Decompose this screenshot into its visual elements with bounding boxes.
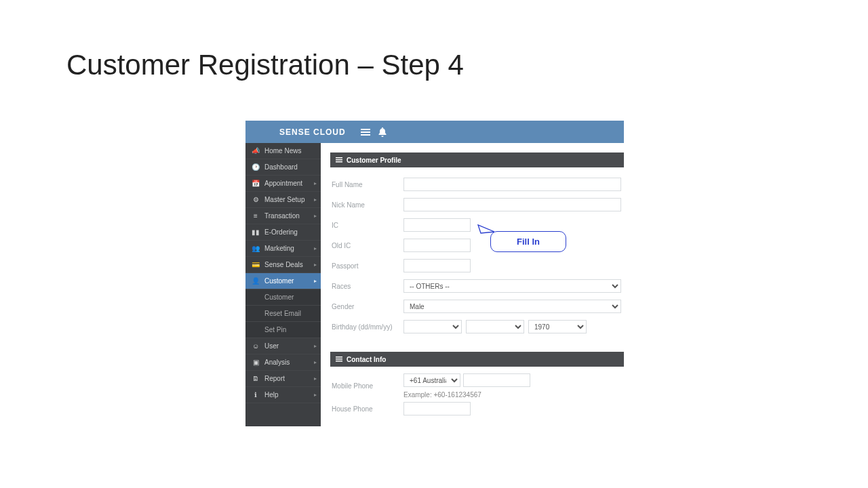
svg-rect-6 [336, 357, 342, 358]
panel-header: Customer Profile [330, 152, 624, 167]
passport-input[interactable] [403, 259, 471, 272]
panel-contact-info: Contact Info Mobile Phone +61 Australia … [330, 352, 624, 423]
bars-icon [336, 157, 342, 163]
label-races: Races [330, 283, 403, 290]
birthday-year-select[interactable]: 1970 [528, 320, 587, 333]
svg-rect-7 [336, 359, 342, 360]
list-icon[interactable] [361, 128, 370, 136]
sidebar-item-transaction[interactable]: ≡ Transaction ▸ [245, 208, 321, 224]
sidebar-item-label: Transaction [264, 212, 300, 220]
svg-rect-2 [361, 134, 370, 136]
sidebar-item-appointment[interactable]: 📅 Appointment ▸ [245, 176, 321, 192]
chevron-right-icon: ▸ [314, 375, 317, 382]
callout-fill-in: Fill In [490, 231, 566, 252]
book-icon: ▣ [251, 359, 260, 366]
sidebar-item-label: Customer [264, 277, 294, 285]
sidebar-item-customer[interactable]: 👤 Customer ▸ [245, 273, 321, 289]
races-select[interactable]: -- OTHERs -- [403, 279, 621, 293]
mobile-number-input[interactable] [463, 373, 530, 387]
sidebar-sub-customer[interactable]: Customer [245, 289, 321, 306]
sidebar-item-label: Help [264, 391, 279, 399]
sidebar-item-label: Appointment [264, 180, 302, 187]
brand-label: SENSE CLOUD [279, 127, 346, 137]
app-window: SENSE CLOUD 📣 Home News 🕑 Dashboard 📅 Ap… [245, 121, 624, 426]
sidebar-item-help[interactable]: ℹ Help ▸ [245, 387, 321, 403]
sidebar-item-label: User [264, 342, 279, 350]
chevron-right-icon: ▸ [314, 278, 317, 284]
mobile-example-text: Example: +60-161234567 [403, 391, 530, 399]
house-phone-input[interactable] [403, 402, 471, 415]
sidebar-item-home-news[interactable]: 📣 Home News [245, 143, 321, 159]
label-passport: Passport [330, 262, 403, 270]
birthday-day-select[interactable] [403, 320, 462, 333]
svg-rect-0 [361, 129, 370, 130]
gender-select[interactable]: Male [403, 300, 621, 313]
card-icon: 💳 [251, 261, 260, 268]
panel-header: Contact Info [330, 352, 624, 367]
label-gender: Gender [330, 303, 403, 310]
sidebar-item-e-ordering[interactable]: ▮▮ E-Ordering [245, 224, 321, 241]
sidebar-sub-set-pin[interactable]: Set Pin [245, 322, 321, 338]
full-name-input[interactable] [403, 178, 621, 191]
bars-icon [336, 357, 342, 362]
cogs-icon: ⚙ [251, 196, 260, 203]
smile-icon: ☺ [251, 342, 260, 350]
sidebar-item-label: Marketing [264, 245, 294, 252]
main-content: Customer Profile Full Name Nick Name IC [321, 143, 624, 426]
sidebar-item-label: E-Ordering [264, 228, 298, 236]
sidebar-item-dashboard[interactable]: 🕑 Dashboard [245, 159, 321, 176]
svg-rect-8 [336, 361, 342, 362]
list-icon: ≡ [251, 212, 260, 220]
sidebar-item-label: Analysis [264, 359, 290, 366]
label-birthday: Birthday (dd/mm/yy) [330, 323, 403, 331]
sidebar-item-analysis[interactable]: ▣ Analysis ▸ [245, 354, 321, 371]
label-nick-name: Nick Name [330, 201, 403, 209]
chevron-right-icon: ▸ [314, 392, 317, 398]
label-mobile-phone: Mobile Phone [330, 382, 403, 390]
panel-title: Customer Profile [347, 157, 401, 164]
label-ic: IC [330, 222, 403, 229]
ic-input[interactable] [403, 218, 471, 232]
sidebar-item-report[interactable]: 🗎 Report ▸ [245, 371, 321, 387]
calendar-icon: 📅 [251, 180, 260, 187]
topbar: SENSE CLOUD [245, 121, 624, 143]
sidebar: 📣 Home News 🕑 Dashboard 📅 Appointment ▸ … [245, 143, 321, 426]
slide-title: Customer Registration – Step 4 [66, 49, 464, 81]
nick-name-input[interactable] [403, 198, 621, 211]
chevron-right-icon: ▸ [314, 262, 317, 268]
birthday-month-select[interactable] [466, 320, 524, 333]
chevron-right-icon: ▸ [314, 359, 317, 365]
label-house-phone: House Phone [330, 405, 403, 413]
topbar-icons [361, 127, 387, 137]
panel-customer-profile: Customer Profile Full Name Nick Name IC [330, 152, 624, 341]
sidebar-item-marketing[interactable]: 👥 Marketing ▸ [245, 241, 321, 257]
callout-text: Fill In [517, 237, 540, 247]
label-full-name: Full Name [330, 181, 403, 188]
sidebar-item-sense-deals[interactable]: 💳 Sense Deals ▸ [245, 257, 321, 273]
user-icon: 👤 [251, 277, 260, 285]
sidebar-item-user[interactable]: ☺ User ▸ [245, 338, 321, 354]
chevron-right-icon: ▸ [314, 213, 317, 219]
mobile-country-select[interactable]: +61 Australia [403, 373, 460, 387]
bell-icon[interactable] [378, 127, 387, 137]
svg-rect-3 [336, 157, 342, 159]
old-ic-input[interactable] [403, 239, 471, 252]
svg-rect-1 [361, 131, 370, 133]
barcode-icon: ▮▮ [251, 228, 260, 236]
sidebar-sub-reset-email[interactable]: Reset Email [245, 306, 321, 322]
sidebar-item-label: Dashboard [264, 163, 298, 171]
sidebar-item-label: Sense Deals [264, 261, 303, 268]
svg-rect-5 [336, 161, 342, 163]
chevron-right-icon: ▸ [314, 245, 317, 251]
megaphone-icon: 📣 [251, 147, 260, 155]
sidebar-item-label: Home News [264, 147, 301, 155]
label-old-ic: Old IC [330, 242, 403, 249]
chevron-right-icon: ▸ [314, 180, 317, 186]
sidebar-item-master-setup[interactable]: ⚙ Master Setup ▸ [245, 192, 321, 208]
users-icon: 👥 [251, 245, 260, 252]
sidebar-item-label: Report [264, 375, 285, 382]
gauge-icon: 🕑 [251, 163, 260, 171]
chevron-right-icon: ▸ [314, 197, 317, 203]
sidebar-item-label: Master Setup [264, 196, 304, 203]
chevron-right-icon: ▸ [314, 343, 317, 349]
